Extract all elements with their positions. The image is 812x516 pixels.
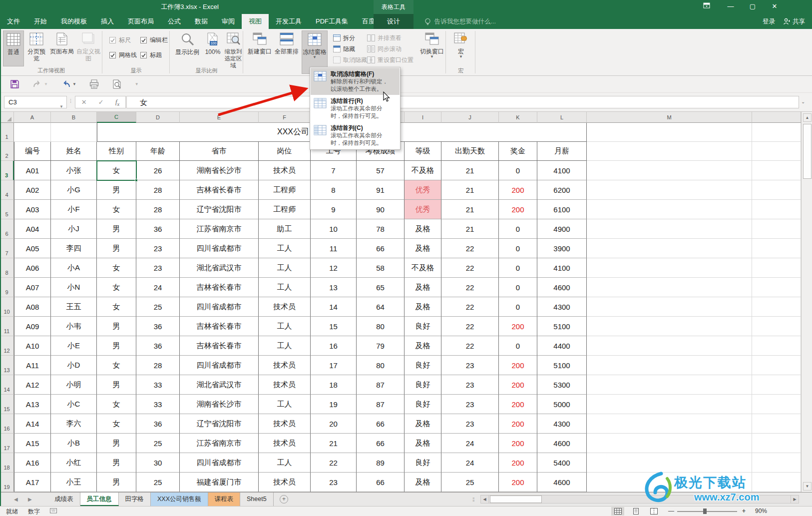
scroll-down-icon[interactable]: ▼ xyxy=(803,482,812,491)
cell[interactable]: 男 xyxy=(97,239,136,258)
cell[interactable] xyxy=(587,239,752,258)
formula-bar-checkbox[interactable]: 编辑栏 xyxy=(140,36,168,44)
table-header-等级[interactable]: 等级 xyxy=(405,142,441,161)
cell[interactable]: 24 xyxy=(136,278,180,297)
cell[interactable]: 66 xyxy=(357,239,405,258)
cell[interactable] xyxy=(587,375,752,395)
cell[interactable] xyxy=(752,395,801,414)
cell[interactable]: 12 xyxy=(311,258,357,278)
cell[interactable]: 工人 xyxy=(259,453,311,473)
column-header-F[interactable]: F xyxy=(259,112,311,123)
cell[interactable]: 57 xyxy=(357,161,405,180)
headings-checkbox[interactable]: 标题 xyxy=(140,51,162,59)
cell[interactable]: 小J xyxy=(51,219,97,239)
cell[interactable]: A08 xyxy=(14,297,51,317)
cell[interactable] xyxy=(587,278,752,297)
column-header-extra[interactable] xyxy=(752,112,801,123)
cell[interactable]: 4600 xyxy=(537,434,587,453)
cell[interactable]: 吉林省长春市 xyxy=(180,317,259,336)
cell[interactable]: 24 xyxy=(441,453,499,473)
cell[interactable]: 吉林省长春市 xyxy=(180,180,259,200)
cell[interactable]: 小D xyxy=(51,356,97,375)
cell[interactable]: 23 xyxy=(441,414,499,434)
cell[interactable] xyxy=(587,473,752,492)
cell[interactable]: 4100 xyxy=(537,258,587,278)
row-header-12[interactable]: 12 xyxy=(0,336,14,356)
cell[interactable]: 男 xyxy=(97,453,136,473)
cell[interactable]: 23 xyxy=(441,375,499,395)
cell[interactable]: 15 xyxy=(311,317,357,336)
cell[interactable]: 四川省成都市 xyxy=(180,239,259,258)
cell[interactable]: 0 xyxy=(499,258,537,278)
cell[interactable]: 200 xyxy=(499,473,537,492)
sheet-nav-left-icon[interactable]: ◀ xyxy=(14,497,18,502)
cell[interactable]: 湖南省长沙市 xyxy=(180,395,259,414)
cell[interactable] xyxy=(752,317,801,336)
row-header-6[interactable]: 6 xyxy=(0,219,14,239)
cell[interactable]: 18 xyxy=(311,375,357,395)
column-header-C[interactable]: C xyxy=(97,112,136,123)
cell[interactable]: 21 xyxy=(441,200,499,219)
cell[interactable]: 23 xyxy=(311,473,357,492)
cell[interactable]: 工人 xyxy=(259,317,311,336)
cell[interactable]: 200 xyxy=(499,317,537,336)
column-header-K[interactable]: K xyxy=(499,112,537,123)
cell[interactable]: 吉林省长春市 xyxy=(180,336,259,356)
cell[interactable]: 78 xyxy=(357,219,405,239)
cell[interactable]: A03 xyxy=(14,200,51,219)
cell[interactable]: 工人 xyxy=(259,278,311,297)
menu-item-冻结首行(R)[interactable]: 冻结首行(R)滚动工作表其余部分时，保持首行可见。 xyxy=(311,95,400,122)
cell[interactable]: 21 xyxy=(441,161,499,180)
cell[interactable]: 22 xyxy=(441,336,499,356)
table-header-姓名[interactable]: 姓名 xyxy=(51,142,97,161)
cell[interactable]: 女 xyxy=(97,258,136,278)
cell[interactable]: 5300 xyxy=(537,375,587,395)
cell[interactable] xyxy=(752,278,801,297)
cell[interactable]: 4300 xyxy=(537,297,587,317)
ribbon-display-options-icon[interactable] xyxy=(698,0,715,14)
cell[interactable]: 良好 xyxy=(405,356,441,375)
cell[interactable]: 28 xyxy=(136,200,180,219)
cell[interactable]: 技术员 xyxy=(259,356,311,375)
cell[interactable]: 小F xyxy=(51,200,97,219)
cell[interactable]: 5400 xyxy=(537,453,587,473)
cell[interactable]: 0 xyxy=(499,336,537,356)
menu-item-冻结首列(C)[interactable]: 冻结首列(C)滚动工作表其余部分时，保持首列可见。 xyxy=(311,122,400,149)
cell[interactable]: A02 xyxy=(14,180,51,200)
column-header-L[interactable]: L xyxy=(537,112,587,123)
cell[interactable]: 87 xyxy=(357,375,405,395)
cell-M1[interactable] xyxy=(587,123,752,142)
cell[interactable] xyxy=(587,161,752,180)
cell[interactable] xyxy=(587,297,752,317)
cell[interactable]: 0 xyxy=(499,219,537,239)
row-header-8[interactable]: 8 xyxy=(0,258,14,278)
row-header-18[interactable]: 18 xyxy=(0,453,14,473)
cell[interactable]: 不及格 xyxy=(405,258,441,278)
cell[interactable]: 28 xyxy=(136,180,180,200)
table-header-月薪[interactable]: 月薪 xyxy=(537,142,587,161)
cell[interactable]: 10 xyxy=(311,219,357,239)
cell[interactable]: 4900 xyxy=(537,219,587,239)
cell[interactable]: 男 xyxy=(97,375,136,395)
sheet-tab-课程表[interactable]: 课程表 xyxy=(208,493,241,506)
normal-view-button[interactable]: 普通 xyxy=(3,30,24,66)
cell[interactable]: 21 xyxy=(441,180,499,200)
sheet-tab-Sheet5[interactable]: Sheet5 xyxy=(240,493,274,506)
cell[interactable] xyxy=(752,453,801,473)
cell[interactable]: 工程师 xyxy=(259,180,311,200)
cell[interactable] xyxy=(587,317,752,336)
cell[interactable]: 22 xyxy=(311,453,357,473)
cell[interactable]: 33 xyxy=(136,395,180,414)
tab-审阅[interactable]: 审阅 xyxy=(215,14,242,29)
cell[interactable]: 23 xyxy=(136,258,180,278)
normal-view-status-button[interactable] xyxy=(611,507,624,516)
cell[interactable] xyxy=(752,375,801,395)
cell[interactable]: 小红 xyxy=(51,453,97,473)
cell[interactable]: A15 xyxy=(14,434,51,453)
cell[interactable] xyxy=(752,473,801,492)
tab-开始[interactable]: 开始 xyxy=(27,14,54,29)
cell[interactable]: 200 xyxy=(499,395,537,414)
cell[interactable]: 女 xyxy=(97,395,136,414)
cell[interactable]: 25 xyxy=(136,434,180,453)
cell[interactable] xyxy=(752,336,801,356)
